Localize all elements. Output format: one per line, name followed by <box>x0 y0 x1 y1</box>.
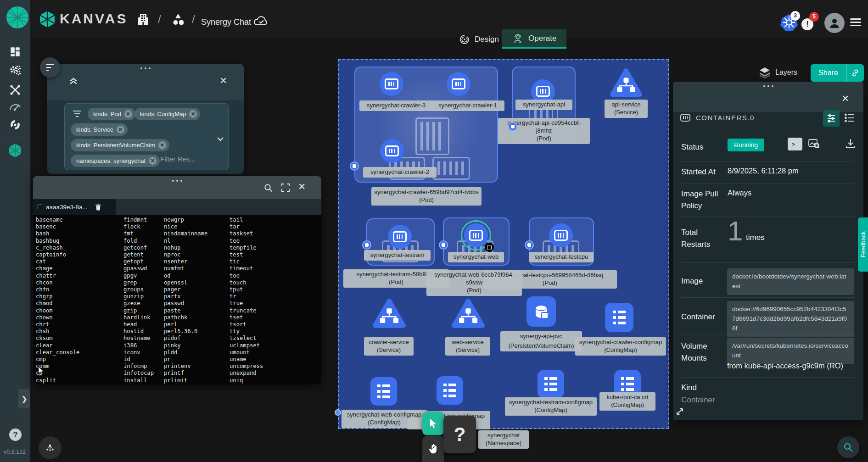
relationship-view-button[interactable] <box>39 436 62 459</box>
sidebar-item-performance[interactable] <box>0 102 30 112</box>
config-view-button[interactable] <box>823 110 840 127</box>
expand-panel-icon[interactable] <box>676 407 684 417</box>
service-icon-web-service[interactable] <box>451 298 486 331</box>
node-label[interactable]: synergychat-crawler-2 <box>363 167 437 178</box>
node-label[interactable]: web-service(Service) <box>445 337 490 356</box>
terminal-tab[interactable]: aaaa39e3-8a... <box>33 199 116 215</box>
node-label[interactable]: synergychat-web <box>448 252 504 262</box>
pod-name-label[interactable]: synergychat-web-6ccb79f964-s9ssw(Pod) <box>426 270 522 296</box>
pvc-icon[interactable] <box>526 296 556 327</box>
filter-chip[interactable]: kinds: ConfigMap✕ <box>134 108 200 120</box>
filter-resources-input[interactable] <box>160 155 215 163</box>
remove-chip-icon[interactable]: ✕ <box>149 157 157 165</box>
zoom-button[interactable] <box>837 436 859 458</box>
node-label[interactable]: synergychat-web-configmap(ConfigMap) <box>342 410 427 428</box>
node-label[interactable]: synergychat-crawler-1 <box>431 100 504 111</box>
drag-handle-icon[interactable] <box>134 67 157 69</box>
breadcrumb-separator: / <box>158 13 161 26</box>
layer5-logo[interactable] <box>6 6 29 31</box>
sidebar-expand-button[interactable]: ❯ <box>18 389 30 408</box>
node-label[interactable]: synergychat-testram-configmap(ConfigMap) <box>505 397 597 416</box>
chevron-down-icon[interactable] <box>217 135 224 143</box>
sidebar-item-extensions[interactable] <box>0 118 30 131</box>
terminal-command: pldd <box>164 349 207 356</box>
search-icon[interactable] <box>264 184 273 194</box>
tab-design[interactable]: Design <box>459 34 499 45</box>
container-icon-crawler-3[interactable] <box>380 72 403 96</box>
copy-link-icon[interactable] <box>846 69 864 77</box>
pan-mode-button[interactable] <box>422 436 444 462</box>
close-icon[interactable]: × <box>298 182 305 191</box>
organization-icon[interactable] <box>136 13 150 28</box>
node-label[interactable]: synergychat-testcpu <box>529 252 594 262</box>
service-icon-api-service[interactable] <box>609 68 643 100</box>
terminal-command: c_rehash <box>36 245 79 251</box>
download-logs-icon[interactable] <box>846 138 856 151</box>
node-label[interactable]: crawler-service(Service) <box>364 337 414 356</box>
remove-chip-icon[interactable]: ✕ <box>158 141 166 149</box>
pod-name-label[interactable]: synergychat-crawler-659bd97cd4-tvbbs(Pod… <box>371 187 482 206</box>
node-label[interactable]: kube-root-ca.crt(ConfigMap) <box>599 392 655 411</box>
details-title-row: CONTAINERS.0 <box>680 114 755 122</box>
remove-chip-icon[interactable]: ✕ <box>189 110 197 118</box>
help-mode-button[interactable]: ? <box>443 416 476 453</box>
container-value[interactable]: docker://6d96990655cc952b4423304f3c57d66… <box>727 301 854 337</box>
volume-mounts-value[interactable]: /var/run/secrets/kubernetes.io/serviceac… <box>727 338 854 364</box>
close-icon[interactable]: × <box>220 76 227 85</box>
filter-chip[interactable]: namespaces: synergychat✕ <box>71 155 160 167</box>
layers-control[interactable]: Layers <box>759 67 797 78</box>
node-label[interactable]: synergy-api-pvc(PersistentVolumeClaim) <box>500 331 582 351</box>
sidebar-item-kanvas-active[interactable] <box>0 143 30 158</box>
service-icon-crawler-service[interactable] <box>372 298 407 331</box>
configmap-icon-api[interactable] <box>437 376 463 405</box>
container-icon-testcpu[interactable] <box>549 223 573 247</box>
container-icon-crawler-1[interactable] <box>447 72 470 96</box>
workspace-icon[interactable] <box>170 11 186 29</box>
node-label[interactable]: api-service(Service) <box>605 100 648 118</box>
help-icon[interactable]: ? <box>9 429 22 441</box>
configmap-icon-testram[interactable] <box>538 370 564 398</box>
avatar[interactable] <box>824 13 845 33</box>
tab-operate[interactable]: Operate <box>502 29 566 49</box>
menu-icon[interactable] <box>850 17 861 28</box>
open-terminal-icon[interactable]: >_ <box>788 138 802 150</box>
container-action-badge-icon[interactable] <box>485 243 494 252</box>
collapse-icon[interactable] <box>68 77 78 87</box>
selection-handle[interactable] <box>335 409 341 416</box>
sidebar-item-toolkit[interactable] <box>0 83 30 96</box>
share-button[interactable]: Share <box>811 64 864 82</box>
breadcrumb-project-name[interactable]: Synergy Chat <box>201 17 251 27</box>
remove-chip-icon[interactable]: ✕ <box>117 126 124 134</box>
image-value[interactable]: docker.io/bootdotdev/synergychat-web:lat… <box>727 268 854 295</box>
remove-chip-icon[interactable]: ✕ <box>124 110 132 118</box>
trash-icon[interactable] <box>95 203 101 211</box>
filter-input-box[interactable]: kinds: Pod✕ kinds: ConfigMap✕ kinds: Ser… <box>64 103 229 170</box>
fullscreen-icon[interactable] <box>281 184 290 194</box>
select-mode-button[interactable] <box>422 412 444 435</box>
close-icon[interactable]: × <box>842 94 849 103</box>
configmap-icon-web[interactable] <box>370 377 397 406</box>
node-label[interactable]: synergychat-testram <box>364 250 431 261</box>
node-label[interactable]: synergychat-crawler-3 <box>359 100 433 111</box>
filter-chip[interactable]: kinds: PersistentVolumeClaim✕ <box>71 139 169 151</box>
terminal-command: tic <box>230 258 263 265</box>
filter-chip[interactable]: kinds: Pod✕ <box>88 108 135 120</box>
filter-chip[interactable]: kinds: Service✕ <box>71 123 128 136</box>
terminal-command: chrt <box>36 321 79 328</box>
feedback-tab[interactable]: Feedback <box>858 217 868 272</box>
node-label[interactable]: synergychat-crawler-configmap(ConfigMap) <box>575 337 666 356</box>
container-icon-crawler-2[interactable] <box>380 139 404 163</box>
node-label[interactable]: synergychat-api <box>515 100 572 110</box>
sidebar-item-lifecycle[interactable] <box>0 64 30 77</box>
configmap-icon-crawler[interactable] <box>605 303 633 332</box>
drag-handle-icon[interactable] <box>757 85 779 87</box>
namespace-label[interactable]: synergychat(Namespace) <box>478 430 529 449</box>
list-view-icon[interactable] <box>845 113 855 124</box>
drag-handle-icon[interactable] <box>166 180 188 182</box>
container-icon-testram[interactable] <box>388 225 412 249</box>
image-inspect-icon[interactable] <box>808 138 820 151</box>
terminal-command: gunzip <box>123 293 154 300</box>
sidebar-item-dashboard[interactable] <box>0 46 30 58</box>
filter-menu-button[interactable] <box>40 57 60 78</box>
kanvas-logo-icon[interactable] <box>39 11 56 30</box>
